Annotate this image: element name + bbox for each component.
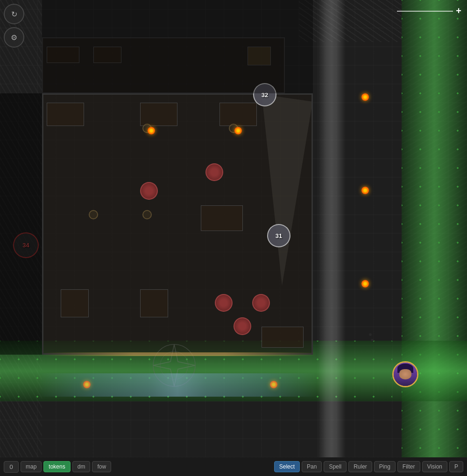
token-31[interactable]: 31 — [267, 224, 290, 247]
layer-btn-fow[interactable]: fow — [92, 461, 111, 472]
furniture-7 — [262, 327, 304, 348]
bottom-toolbar: 0 map tokens dm fow Select Pan Spell Rul… — [0, 457, 467, 476]
fire-token-6 — [361, 280, 369, 287]
fire-token-1 — [148, 127, 155, 134]
furniture-1 — [47, 103, 84, 126]
tool-spell[interactable]: Spell — [324, 461, 347, 472]
zoom-controls: + — [397, 6, 461, 16]
tool-p[interactable]: P — [449, 461, 463, 472]
token-31-label: 31 — [276, 232, 282, 239]
river — [37, 373, 318, 397]
creature-token-5[interactable] — [234, 317, 251, 335]
map-canvas[interactable]: 32 31 34 ↻ ⚙ + — [0, 0, 467, 457]
ornament-3 — [89, 210, 98, 219]
creature-token-2[interactable] — [205, 163, 223, 181]
tool-ping[interactable]: Ping — [374, 461, 396, 472]
token-34[interactable]: 34 — [13, 232, 39, 258]
fire-token-2 — [234, 127, 242, 134]
token-32-label: 32 — [262, 91, 268, 98]
furniture-2 — [140, 103, 177, 126]
room-top — [42, 37, 285, 93]
furniture-top-left — [47, 47, 79, 63]
furniture-3 — [219, 103, 257, 126]
furniture-top-mid — [93, 47, 121, 63]
sync-icon: ↻ — [11, 10, 17, 19]
tool-select[interactable]: Select — [274, 461, 300, 472]
sync-button[interactable]: ↻ — [4, 4, 24, 24]
tool-filter[interactable]: Filter — [397, 461, 420, 472]
layer-counter: 0 — [4, 461, 19, 473]
zoom-line — [397, 11, 453, 12]
wall-top-right — [299, 0, 402, 42]
tool-pan[interactable]: Pan — [302, 461, 322, 472]
fire-token-5 — [361, 187, 369, 194]
furniture-5 — [61, 289, 89, 317]
dot-2 — [371, 339, 374, 342]
ornament-4 — [142, 210, 152, 219]
zoom-plus-button[interactable]: + — [456, 6, 461, 16]
furniture-6 — [140, 289, 168, 317]
layer-btn-tokens[interactable]: tokens — [43, 461, 70, 472]
dot-1 — [369, 333, 372, 336]
tool-vision[interactable]: Vision — [422, 461, 447, 472]
furniture-4 — [201, 205, 243, 231]
floor-strip — [43, 352, 316, 356]
creature-token-4[interactable] — [252, 294, 270, 312]
layer-btn-dm[interactable]: dm — [72, 461, 91, 472]
layer-btn-map[interactable]: map — [21, 461, 42, 472]
player-avatar — [394, 363, 417, 386]
token-34-label: 34 — [22, 242, 29, 249]
settings-icon: ⚙ — [11, 33, 17, 42]
fire-token-7 — [361, 93, 369, 101]
player-token[interactable] — [392, 361, 418, 387]
creature-token-3[interactable] — [215, 294, 233, 312]
light-beam — [318, 0, 346, 457]
settings-button[interactable]: ⚙ — [4, 27, 24, 48]
tool-ruler[interactable]: Ruler — [348, 461, 372, 472]
creature-token-1[interactable] — [140, 182, 158, 200]
token-32[interactable]: 32 — [253, 83, 276, 106]
top-left-controls: ↻ ⚙ — [4, 4, 24, 48]
furniture-box — [248, 47, 271, 65]
